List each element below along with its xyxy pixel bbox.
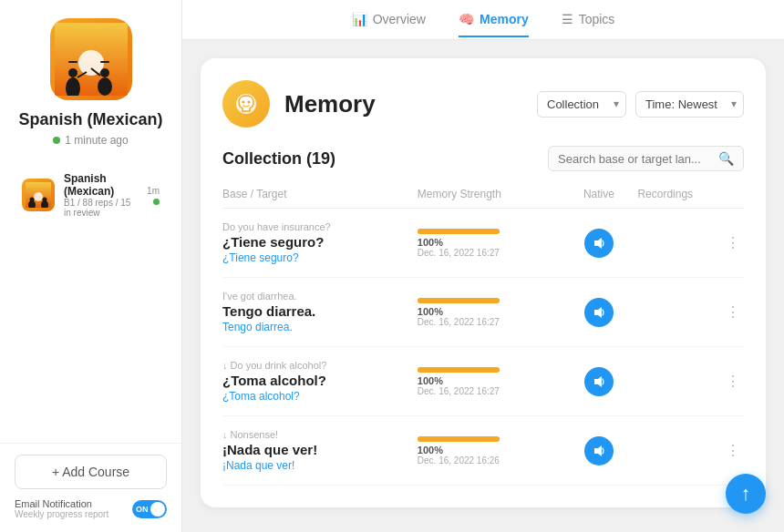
sidebar-bottom: + Add Course Email Notification Weekly p… xyxy=(0,443,181,532)
svg-point-2 xyxy=(78,50,104,76)
audio-button[interactable] xyxy=(584,436,614,466)
strength-bar xyxy=(418,367,500,373)
vocab-strength-col: 100% Dec. 16, 2022 16:27 xyxy=(408,298,570,327)
strength-bar xyxy=(418,436,500,442)
email-toggle[interactable]: ON xyxy=(132,500,167,518)
time-filter[interactable]: Time: Newest xyxy=(635,91,744,118)
strength-date: Dec. 16, 2022 16:26 xyxy=(418,455,570,466)
vocab-base-col: I've got diarrhea. Tengo diarrea. Tengo … xyxy=(222,291,408,333)
vocab-strength-col: 100% Dec. 16, 2022 16:27 xyxy=(408,367,570,396)
add-course-button[interactable]: + Add Course xyxy=(15,455,167,489)
strength-pct: 100% xyxy=(418,445,570,455)
nav-overview[interactable]: 📊 Overview xyxy=(352,3,426,37)
table-row: I've got diarrhea. Tengo diarrea. Tengo … xyxy=(222,278,744,347)
online-dot xyxy=(53,137,60,144)
nav-memory[interactable]: 🧠 Memory xyxy=(459,3,529,37)
toggle-knob xyxy=(150,502,165,517)
speaker-icon xyxy=(593,375,605,388)
col-header-menu xyxy=(722,188,744,200)
svg-point-7 xyxy=(98,77,112,96)
vocab-link[interactable]: ¿Toma alcohol? xyxy=(222,390,408,403)
collection-title: Collection (19) xyxy=(222,149,548,169)
scroll-up-button[interactable]: ↑ xyxy=(726,474,766,514)
strength-bar-wrap xyxy=(418,229,500,234)
vocab-menu-col: ⋮ xyxy=(722,373,744,390)
vocab-hint: Do you have insurance? xyxy=(222,221,408,232)
speaker-icon xyxy=(593,445,605,457)
vocab-link[interactable]: ¡Nada que ver! xyxy=(222,459,408,472)
course-logo xyxy=(50,18,132,100)
nav-topics[interactable]: ☰ Topics xyxy=(562,3,615,37)
brain-icon xyxy=(233,91,259,117)
vocab-menu-col: ⋮ xyxy=(722,234,744,251)
vocab-strength-col: 100% Dec. 16, 2022 16:27 xyxy=(408,229,570,258)
memory-icon-wrap xyxy=(222,80,270,128)
vocab-base-col: ↓ Do you drink alcohol? ¿Toma alcohol? ¿… xyxy=(222,360,408,403)
svg-point-8 xyxy=(100,68,109,77)
svg-marker-23 xyxy=(594,376,602,387)
strength-pct: 100% xyxy=(418,375,570,386)
top-nav: 📊 Overview 🧠 Memory ☰ Topics xyxy=(182,0,784,40)
menu-dots-icon[interactable]: ⋮ xyxy=(726,234,741,251)
search-input[interactable] xyxy=(558,152,713,166)
col-header-recordings: Recordings xyxy=(628,188,722,200)
memory-card: Memory Collection Time: Newest xyxy=(201,58,766,507)
svg-point-19 xyxy=(242,101,245,104)
svg-rect-9 xyxy=(100,61,109,63)
strength-date: Dec. 16, 2022 16:27 xyxy=(418,386,570,396)
vocab-base: Tengo diarrea. xyxy=(222,303,408,319)
course-time: 1 minute ago xyxy=(53,134,128,147)
memory-icon: 🧠 xyxy=(459,12,474,26)
svg-point-17 xyxy=(43,198,47,202)
content-area: Memory Collection Time: Newest xyxy=(182,40,784,532)
speaker-icon xyxy=(593,237,605,250)
strength-pct: 100% xyxy=(418,306,570,317)
audio-button[interactable] xyxy=(584,229,614,258)
menu-dots-icon[interactable]: ⋮ xyxy=(726,373,741,390)
time-filter-wrap: Time: Newest xyxy=(635,91,744,118)
filter-row: Collection Time: Newest xyxy=(537,91,744,118)
list-icon: ☰ xyxy=(562,12,573,26)
svg-point-20 xyxy=(248,101,251,104)
vocab-base: ¿Toma alcohol? xyxy=(222,373,408,388)
vocab-native-col xyxy=(570,229,629,258)
svg-point-13 xyxy=(34,192,43,201)
strength-bar-wrap xyxy=(418,436,500,442)
sub-course-item[interactable]: Spanish (Mexican) B1 / 88 reps / 15 in r… xyxy=(11,165,170,225)
svg-marker-21 xyxy=(594,238,602,249)
bar-chart-icon: 📊 xyxy=(352,12,367,26)
strength-date: Dec. 16, 2022 16:27 xyxy=(418,317,570,327)
vocab-native-col xyxy=(570,367,629,396)
strength-bar xyxy=(418,298,500,303)
menu-dots-icon[interactable]: ⋮ xyxy=(726,303,741,321)
vocab-base: ¡Nada que ver! xyxy=(222,442,408,457)
col-header-strength: Memory Strength xyxy=(408,188,570,200)
svg-point-4 xyxy=(68,68,77,77)
speaker-icon xyxy=(593,306,605,319)
vocab-link[interactable]: ¿Tiene seguro? xyxy=(222,251,408,264)
table-row: Do you have insurance? ¿Tiene seguro? ¿T… xyxy=(222,209,744,278)
strength-date: Dec. 16, 2022 16:27 xyxy=(418,248,570,258)
vocab-list: Do you have insurance? ¿Tiene seguro? ¿T… xyxy=(222,209,744,486)
table-row: ↓ Do you drink alcohol? ¿Toma alcohol? ¿… xyxy=(222,347,744,416)
card-header: Memory Collection Time: Newest xyxy=(222,80,744,128)
vocab-native-col xyxy=(570,436,629,466)
col-header-base: Base / Target xyxy=(222,188,408,200)
audio-button[interactable] xyxy=(584,298,614,327)
svg-marker-24 xyxy=(594,445,602,456)
main-content: 📊 Overview 🧠 Memory ☰ Topics xyxy=(182,0,784,532)
vocab-menu-col: ⋮ xyxy=(722,303,744,321)
menu-dots-icon[interactable]: ⋮ xyxy=(726,442,741,459)
strength-bar-wrap xyxy=(418,367,500,373)
search-icon: 🔍 xyxy=(718,151,734,166)
vocab-base: ¿Tiene seguro? xyxy=(222,234,408,250)
svg-rect-5 xyxy=(68,61,77,63)
collection-filter-wrap: Collection xyxy=(537,91,626,118)
vocab-link[interactable]: Tengo diarrea. xyxy=(222,321,408,333)
collection-filter[interactable]: Collection xyxy=(537,91,626,118)
table-header: Base / Target Memory Strength Native Rec… xyxy=(222,184,744,209)
course-title: Spanish (Mexican) xyxy=(18,109,162,130)
sub-course-logo xyxy=(22,179,55,211)
vocab-hint: I've got diarrhea. xyxy=(222,291,408,302)
audio-button[interactable] xyxy=(584,367,614,396)
